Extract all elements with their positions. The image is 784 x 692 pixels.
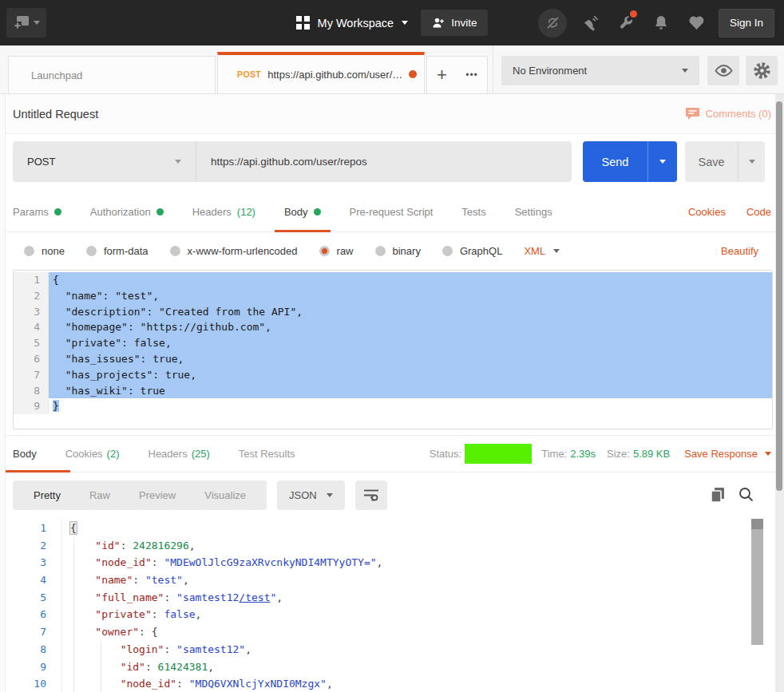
chevron-down-icon	[749, 160, 755, 164]
satellite-icon	[582, 14, 600, 32]
response-tab-headers[interactable]: Headers(25)	[148, 436, 210, 472]
request-tab-tests[interactable]: Tests	[461, 192, 485, 231]
view-mode-preview[interactable]: Preview	[125, 480, 190, 510]
token-str: "samtest12	[176, 591, 239, 603]
line-number: 5	[14, 335, 49, 351]
response-meta-bar: BodyCookies(2)Headers(25)Test Results St…	[0, 435, 784, 473]
view-mode-raw[interactable]: Raw	[75, 480, 125, 510]
token-pun: ,	[208, 661, 214, 673]
new-request-tab-button[interactable]: +	[426, 56, 457, 94]
save-options-button[interactable]	[738, 141, 765, 182]
environment-settings-button[interactable]	[746, 56, 778, 85]
code-link[interactable]: Code	[746, 206, 771, 218]
code-line: "private": false,	[49, 335, 772, 351]
view-mode-pretty[interactable]: Pretty	[19, 480, 75, 510]
token-pun: ,	[377, 556, 383, 568]
environment-quick-look-button[interactable]	[707, 56, 739, 85]
body-mode-none[interactable]: none	[24, 245, 65, 257]
response-tab-body[interactable]: Body	[13, 436, 37, 472]
token-bool: false	[164, 608, 195, 620]
response-scrollbar-thumb[interactable]	[751, 519, 763, 645]
send-options-button[interactable]	[647, 141, 677, 182]
send-button[interactable]: Send	[583, 141, 647, 182]
favorites-button[interactable]	[685, 12, 707, 34]
response-format-value: JSON	[289, 489, 317, 501]
token-num: 61424381	[158, 661, 208, 673]
response-tab-test-results[interactable]: Test Results	[239, 436, 295, 472]
request-tab-pre-request-script[interactable]: Pre-request Script	[350, 192, 434, 231]
body-mode-graphql[interactable]: GraphQL	[442, 245, 502, 257]
response-tab-cookies[interactable]: Cookies(2)	[65, 436, 120, 472]
token-pun: :	[133, 574, 145, 586]
save-button[interactable]: Save	[685, 141, 738, 182]
raw-language-value: XML	[524, 245, 545, 257]
editor-line: 7 "has_projects": true,	[14, 367, 772, 383]
line-number: 2	[0, 537, 46, 555]
view-mode-visualize[interactable]: Visualize	[190, 480, 260, 510]
workspace-grid-icon	[296, 16, 310, 30]
request-section-tabs: ParamsAuthorizationHeaders(12)BodyPre-re…	[0, 192, 784, 232]
request-header: Untitled Request Comments (0)	[0, 94, 784, 134]
token-pun: ,	[276, 591, 283, 603]
invite-button[interactable]: Invite	[421, 10, 488, 36]
response-format-selector[interactable]: JSON	[277, 480, 345, 510]
response-line: 8 "login": "samtest12",	[0, 641, 784, 658]
method-selector[interactable]: POST	[13, 141, 196, 182]
workspace-switcher[interactable]: My Workspace	[296, 16, 409, 30]
wrap-text-button[interactable]	[355, 480, 387, 510]
tab-launchpad[interactable]: Launchpad	[8, 56, 216, 94]
line-number: 3	[14, 304, 49, 320]
radio-icon	[319, 246, 330, 256]
comments-button[interactable]: Comments (0)	[685, 106, 771, 121]
bell-icon	[653, 14, 669, 31]
beautify-link[interactable]: Beautify	[721, 245, 758, 257]
request-body-editor[interactable]: 1{2 "name": "test",3 "description": "Cre…	[13, 270, 773, 429]
line-number: 9	[0, 658, 46, 676]
token-pun: ,	[189, 540, 196, 552]
response-body-viewer[interactable]: 1{2 "id": 242816296,3 "node_id": "MDEwOl…	[0, 517, 784, 692]
body-mode-raw[interactable]: raw	[319, 245, 354, 257]
tab-active-request[interactable]: POST https://api.github.com/user/…	[217, 52, 425, 94]
request-tab-authorization[interactable]: Authorization	[90, 192, 164, 231]
save-response-button[interactable]: Save Response	[684, 448, 771, 460]
sync-disabled-button[interactable]	[538, 9, 567, 38]
environment-selector[interactable]: No Environment	[501, 56, 699, 85]
cookies-link[interactable]: Cookies	[688, 206, 726, 218]
status-value-highlight	[465, 444, 532, 464]
body-mode-form-data[interactable]: form-data	[86, 245, 148, 257]
body-mode-list: noneform-datax-www-form-urlencodedrawbin…	[24, 245, 502, 257]
token-num: 242816296	[133, 540, 188, 552]
unsaved-changes-dot	[409, 70, 417, 78]
tab-strip: Launchpad POST https://api.github.com/us…	[0, 45, 784, 94]
sign-in-button[interactable]: Sign In	[719, 9, 774, 38]
gutter-separator	[46, 554, 62, 571]
search-response-button[interactable]	[738, 487, 754, 503]
copy-response-button[interactable]	[711, 487, 725, 503]
request-tab-settings[interactable]: Settings	[515, 192, 552, 231]
token-pun: ,	[327, 678, 333, 690]
body-mode-binary[interactable]: binary	[375, 245, 421, 257]
notifications-button[interactable]	[650, 12, 672, 34]
line-number: 7	[14, 367, 49, 383]
tab-label: Test Results	[239, 448, 295, 460]
request-tab-body[interactable]: Body	[284, 192, 321, 231]
settings-wrench-button[interactable]	[615, 12, 637, 34]
indent-guide	[73, 537, 74, 692]
url-input[interactable]	[196, 156, 572, 168]
request-tab-headers[interactable]: Headers(12)	[192, 192, 255, 231]
tab-label: Pre-request Script	[350, 206, 434, 218]
code-line: "has_projects": true,	[49, 367, 772, 383]
request-tab-params[interactable]: Params	[13, 192, 61, 231]
token-pun: :	[164, 643, 176, 655]
gutter-separator	[46, 623, 62, 641]
body-mode-x-www-form-urlencoded[interactable]: x-www-form-urlencoded	[170, 245, 298, 257]
line-number: 3	[0, 554, 46, 571]
radio-icon	[24, 246, 34, 256]
token-pun: :	[152, 556, 164, 568]
code-line: "node_id": "MDEwOlJlcG9zaXRvcnkyNDI4MTYy…	[62, 554, 382, 571]
more-tabs-button[interactable]: •••	[457, 56, 488, 94]
response-scrollbar-cap[interactable]	[751, 519, 763, 529]
page-scrollbar-thumb[interactable]	[776, 101, 782, 491]
api-network-button[interactable]	[580, 12, 602, 34]
raw-language-selector[interactable]: XML	[524, 245, 560, 257]
